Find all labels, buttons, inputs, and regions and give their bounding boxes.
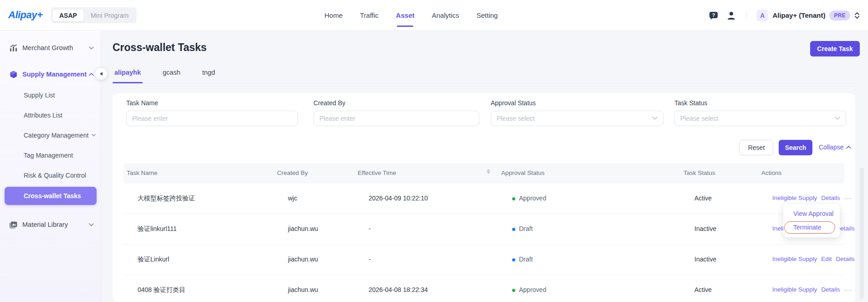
- image-icon: [9, 220, 18, 229]
- col-task-name: Task Name: [127, 169, 158, 176]
- col-task-status: Task Status: [683, 169, 715, 176]
- tab-alipayhk[interactable]: alipayhk: [113, 66, 143, 83]
- sidebar-item-label: Attributes List: [24, 112, 62, 119]
- view-approval-menu-item[interactable]: View Approval: [783, 207, 840, 220]
- help-icon[interactable]: ?: [708, 10, 719, 21]
- ineligible-supply-link[interactable]: Ineligible Supply: [772, 256, 817, 262]
- cell-actions: Ineligible Supply Details ···: [772, 286, 853, 293]
- cell-effective-time: 2026-04-09 10:22:10: [369, 195, 428, 202]
- nav-analytics[interactable]: Analytics: [432, 0, 459, 31]
- nav-traffic[interactable]: Traffic: [360, 0, 379, 31]
- sidebar-item-tag-management[interactable]: Tag Management: [0, 145, 101, 165]
- growth-chart-icon: [9, 44, 18, 52]
- created-by-input[interactable]: [313, 111, 479, 126]
- sidebar-item-label: Supply Management: [22, 71, 89, 78]
- sidebar-item-merchant-growth[interactable]: Merchant Growth: [0, 38, 101, 58]
- updown-chevron-icon: [854, 12, 860, 19]
- cell-approval-status: Draft: [512, 256, 533, 263]
- user-icon[interactable]: [726, 10, 737, 21]
- nav-home[interactable]: Home: [324, 0, 343, 31]
- sidebar-item-label: Risk & Quality Control: [24, 172, 86, 179]
- chevron-up-icon: [89, 73, 94, 76]
- sidebar-item-risk-quality-control[interactable]: Risk & Quality Control: [0, 165, 101, 185]
- tenant-name: Alipay+ (Tenant): [772, 11, 825, 19]
- table-row: 0408 验证打类目 jiachun.wu 2026-04-08 18:22:3…: [123, 275, 844, 302]
- tenant-switcher[interactable]: A Alipay+ (Tenant) PRE: [756, 10, 860, 21]
- cell-created-by: jiachun.wu: [288, 225, 318, 232]
- status-dot: [512, 197, 515, 200]
- collapse-left-icon: [99, 72, 103, 76]
- sidebar-item-cross-wallet-tasks[interactable]: Cross-wallet Tasks: [5, 187, 97, 205]
- details-link[interactable]: Details: [821, 195, 840, 201]
- sidebar-item-material-library[interactable]: Material Library: [0, 215, 101, 235]
- scrollbar-thumb[interactable]: [860, 168, 864, 299]
- more-icon[interactable]: ···: [844, 196, 853, 200]
- cell-approval-status: Approved: [512, 195, 546, 202]
- tenant-avatar: A: [756, 10, 768, 21]
- sidebar-item-label: Supply List: [24, 92, 55, 99]
- nav-asset[interactable]: Asset: [396, 0, 415, 31]
- chevron-down-icon: [89, 46, 94, 50]
- cell-task-status: Active: [694, 195, 712, 202]
- task-status-select[interactable]: Please select: [674, 111, 846, 126]
- content-card: Task Name Created By Approval Status Tas…: [113, 93, 855, 302]
- sidebar-item-supply-list[interactable]: Supply List: [0, 85, 101, 105]
- select-placeholder: Please select: [497, 115, 534, 122]
- workspace-toggle: ASAP Mini Program: [51, 7, 137, 23]
- edit-link[interactable]: Edit: [821, 256, 832, 262]
- filter-label-task-status: Task Status: [674, 99, 707, 107]
- cube-icon: [9, 70, 18, 79]
- svg-text:?: ?: [712, 12, 715, 18]
- search-button[interactable]: Search: [779, 140, 812, 155]
- sidebar-item-label: Cross-wallet Tasks: [24, 192, 81, 200]
- cell-task-status: Inactive: [694, 225, 716, 232]
- main-content: Cross-wallet Tasks Create Task alipayhk …: [101, 31, 868, 302]
- reset-button[interactable]: Reset: [740, 140, 773, 155]
- env-badge: PRE: [829, 10, 850, 20]
- terminate-menu-item[interactable]: Terminate: [793, 224, 835, 231]
- actions-dropdown-menu: View Approval Terminate: [783, 204, 840, 237]
- select-placeholder: Please select: [680, 115, 718, 122]
- sidebar-item-attributes-list[interactable]: Attributes List: [0, 105, 101, 125]
- toggle-asap[interactable]: ASAP: [52, 10, 84, 21]
- col-created-by: Created By: [277, 169, 308, 176]
- approval-status-select[interactable]: Please select: [491, 111, 663, 126]
- cell-effective-time: -: [369, 256, 371, 263]
- top-nav: Home Traffic Asset Analytics Setting: [324, 0, 498, 31]
- ineligible-supply-link[interactable]: Ineligible Supply: [772, 286, 817, 293]
- task-name-input[interactable]: [126, 111, 298, 126]
- divider: [746, 10, 747, 20]
- cell-task-name: 大模型标签跨投验证: [138, 195, 195, 203]
- col-effective-time: Effective Time: [358, 169, 396, 176]
- collapse-label: Collapse: [819, 143, 843, 151]
- collapse-filters-link[interactable]: Collapse: [819, 143, 851, 151]
- details-link[interactable]: Details: [821, 286, 840, 293]
- cell-created-by: jiachun.wu: [288, 256, 318, 263]
- ineligible-supply-link[interactable]: Ineligible Supply: [772, 195, 817, 201]
- chevron-down-icon: [92, 134, 96, 137]
- col-actions: Actions: [761, 169, 781, 176]
- sidebar-item-label: Merchant Growth: [22, 44, 89, 51]
- col-approval-status: Approval Status: [501, 169, 544, 176]
- cell-task-name: 验证linkurl111: [138, 225, 177, 233]
- sidebar-collapse-button[interactable]: [95, 68, 107, 80]
- sidebar-item-supply-management[interactable]: Supply Management: [0, 64, 101, 84]
- table-row: 验证Linkurl jiachun.wu - Draft Inactive In…: [123, 245, 844, 275]
- cell-created-by: wjc: [288, 195, 297, 202]
- sidebar-item-category-management[interactable]: Category Management: [0, 125, 101, 145]
- tab-gcash[interactable]: gcash: [161, 66, 182, 83]
- table-header: [123, 163, 844, 184]
- sort-icon[interactable]: [487, 169, 490, 174]
- more-icon[interactable]: ···: [844, 287, 853, 292]
- status-dot: [512, 228, 515, 231]
- create-task-button[interactable]: Create Task: [810, 41, 860, 56]
- terminate-highlight-outline: Terminate: [784, 221, 835, 234]
- toggle-mini-program[interactable]: Mini Program: [84, 10, 135, 21]
- nav-setting[interactable]: Setting: [477, 0, 498, 31]
- alipay-logo: Alipay+: [8, 9, 42, 21]
- cell-task-name: 0408 验证打类目: [138, 286, 185, 294]
- tab-tngd[interactable]: tngd: [200, 66, 217, 83]
- chevron-down-icon: [835, 117, 840, 120]
- details-link[interactable]: Details: [836, 256, 855, 262]
- cell-approval-status: Draft: [512, 225, 533, 232]
